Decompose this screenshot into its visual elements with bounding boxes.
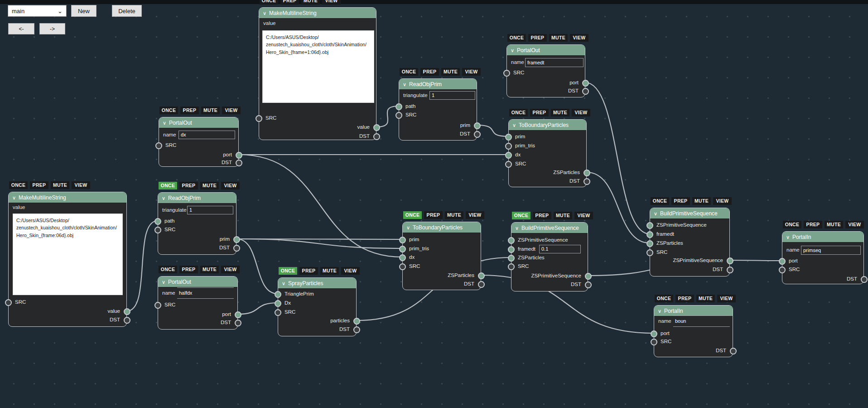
- new-graph-button[interactable]: New: [71, 5, 96, 17]
- input-port-SRC[interactable]: [275, 309, 281, 316]
- input-port-SRC[interactable]: [395, 112, 402, 119]
- output-port-DST[interactable]: [373, 133, 380, 140]
- node-bps_right[interactable]: ∨BuildPrimitiveSequenceZSPrimitiveSequen…: [650, 208, 730, 277]
- input-port-SRC[interactable]: [154, 227, 161, 233]
- graph-selector[interactable]: main ⌄: [8, 5, 67, 17]
- node-mute-button[interactable]: MUTE: [825, 221, 843, 228]
- output-port-DST[interactable]: [236, 160, 242, 166]
- node-po_framedt[interactable]: ∨PortalOutnameframedtSRCportDST: [506, 44, 585, 97]
- node-view-button[interactable]: VIEW: [222, 107, 241, 114]
- param-field-name[interactable]: dx: [178, 131, 235, 139]
- input-port-prim_tris[interactable]: [399, 246, 406, 253]
- input-port-TrianglePrim[interactable]: [275, 291, 281, 298]
- input-port-framedt[interactable]: [508, 246, 515, 253]
- node-once-button[interactable]: ONCE: [159, 266, 177, 273]
- node-view-button[interactable]: VIEW: [845, 221, 864, 228]
- node-po_halfdx[interactable]: ∨PortalOutnamehalfdxSRCportDST: [158, 276, 238, 330]
- node-mms_top[interactable]: ∨MakeMultilineStringvalueC:/Users/ASUS/D…: [259, 7, 376, 140]
- input-port-ZSParticles[interactable]: [646, 240, 653, 247]
- node-view-button[interactable]: VIEW: [221, 182, 240, 189]
- param-field-triangulate[interactable]: 1: [187, 206, 233, 214]
- output-port-DST[interactable]: [583, 178, 590, 185]
- node-once-button[interactable]: ONCE: [279, 267, 297, 275]
- input-port-prim_tris[interactable]: [505, 143, 512, 150]
- node-mute-button[interactable]: MUTE: [320, 267, 339, 275]
- collapse-chevron-icon[interactable]: ∨: [282, 278, 285, 289]
- input-port-SRC[interactable]: [508, 263, 515, 270]
- node-view-button[interactable]: VIEW: [462, 68, 481, 76]
- output-port-value[interactable]: [124, 308, 130, 315]
- output-port-DST[interactable]: [585, 282, 592, 288]
- output-port-DST[interactable]: [124, 317, 130, 324]
- node-bps_mid[interactable]: ∨BuildPrimitiveSequence0.1ZSPrimitiveSeq…: [511, 222, 588, 291]
- node-view-button[interactable]: VIEW: [221, 266, 240, 273]
- output-port-ZSPrimitiveSequence[interactable]: [585, 273, 592, 280]
- output-port-port[interactable]: [236, 152, 242, 159]
- output-port-DST[interactable]: [474, 131, 481, 138]
- node-prep-button[interactable]: PREP: [804, 221, 822, 228]
- node-mute-button[interactable]: MUTE: [201, 107, 220, 114]
- input-port-port[interactable]: [779, 258, 786, 265]
- node-prep-button[interactable]: PREP: [671, 197, 690, 205]
- output-port-prim[interactable]: [233, 236, 240, 243]
- node-once-button[interactable]: ONCE: [159, 182, 177, 189]
- node-view-button[interactable]: VIEW: [717, 295, 736, 302]
- output-port-DST[interactable]: [582, 88, 589, 95]
- param-field-name[interactable]: boun: [673, 316, 730, 327]
- node-once-button[interactable]: ONCE: [400, 68, 418, 76]
- node-mute-button[interactable]: MUTE: [51, 181, 69, 189]
- collapse-chevron-icon[interactable]: ∨: [786, 232, 790, 243]
- node-view-button[interactable]: VIEW: [72, 181, 90, 189]
- collapse-chevron-icon[interactable]: ∨: [162, 277, 165, 287]
- input-port-prim[interactable]: [399, 237, 406, 243]
- collapse-chevron-icon[interactable]: ∨: [658, 306, 661, 316]
- node-mute-button[interactable]: MUTE: [445, 211, 463, 219]
- input-port-SRC[interactable]: [155, 142, 162, 149]
- input-port-ZSPrimitiveSequence[interactable]: [646, 222, 653, 229]
- node-view-button[interactable]: VIEW: [713, 197, 732, 205]
- node-mute-button[interactable]: MUTE: [301, 0, 320, 5]
- node-once-button[interactable]: ONCE: [512, 212, 530, 219]
- node-prep-button[interactable]: PREP: [675, 295, 694, 302]
- node-rop_top[interactable]: ∨ReadObjPrimtriangulate1pathSRCprimDST: [399, 78, 477, 141]
- collapse-chevron-icon[interactable]: ∨: [12, 192, 16, 203]
- param-field-name[interactable]: framedt: [525, 58, 583, 67]
- node-graph-canvas[interactable]: ONCEPREPMUTEVIEW∨MakeMultilineStringvalu…: [0, 0, 868, 408]
- output-port-DST[interactable]: [861, 276, 868, 283]
- output-port-ZSParticles[interactable]: [583, 170, 590, 176]
- node-once-button[interactable]: ONCE: [509, 109, 528, 117]
- node-view-button[interactable]: VIEW: [341, 267, 360, 275]
- node-once-button[interactable]: ONCE: [655, 295, 673, 302]
- input-port-SRC[interactable]: [399, 263, 406, 270]
- input-port-Dx[interactable]: [275, 300, 281, 307]
- node-mms_left[interactable]: ∨MakeMultilineStringvalueC:/Users/ASUS/D…: [8, 192, 127, 327]
- delete-graph-button[interactable]: Delete: [112, 5, 142, 17]
- output-port-DST[interactable]: [353, 326, 360, 333]
- param-field-triangulate[interactable]: 1: [429, 91, 475, 100]
- output-port-port[interactable]: [582, 80, 589, 87]
- node-mute-button[interactable]: MUTE: [549, 34, 568, 42]
- output-port-DST[interactable]: [235, 320, 241, 326]
- node-mute-button[interactable]: MUTE: [696, 295, 715, 302]
- node-prep-button[interactable]: PREP: [528, 34, 547, 42]
- collapse-chevron-icon[interactable]: ∨: [406, 222, 410, 233]
- node-mute-button[interactable]: MUTE: [200, 182, 219, 189]
- forward-button[interactable]: ->: [39, 23, 65, 34]
- input-port-port[interactable]: [651, 330, 657, 337]
- node-prep-button[interactable]: PREP: [179, 182, 198, 189]
- node-prep-button[interactable]: PREP: [180, 107, 199, 114]
- node-mute-button[interactable]: MUTE: [441, 68, 460, 76]
- node-prep-button[interactable]: PREP: [179, 266, 198, 273]
- node-once-button[interactable]: ONCE: [260, 0, 278, 5]
- node-view-button[interactable]: VIEW: [466, 211, 484, 219]
- node-tbp_mid[interactable]: ∨ToBoundaryParticlesprimprim_trisdxSRCZS…: [402, 222, 481, 290]
- output-port-value[interactable]: [373, 124, 380, 131]
- collapse-chevron-icon[interactable]: ∨: [512, 120, 516, 131]
- input-port-SRC[interactable]: [505, 161, 512, 168]
- node-mute-button[interactable]: MUTE: [692, 197, 711, 205]
- node-pi_primseq[interactable]: ∨PortalInnameprimseqportSRCDST: [782, 231, 864, 284]
- collapse-chevron-icon[interactable]: ∨: [654, 208, 657, 219]
- node-once-button[interactable]: ONCE: [507, 34, 526, 42]
- multiline-value-textarea[interactable]: C:/Users/ASUS/Desktop/ zenustech_kuaisho…: [13, 214, 123, 295]
- node-view-button[interactable]: VIEW: [572, 109, 590, 117]
